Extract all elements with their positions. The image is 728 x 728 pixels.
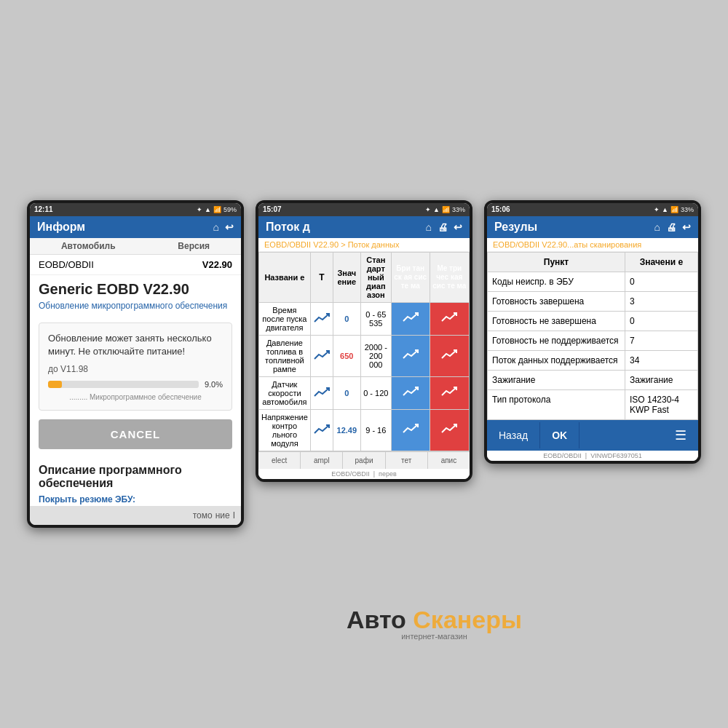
row-icon-0 xyxy=(310,302,333,335)
back-icon-3[interactable]: ↩ xyxy=(682,221,691,233)
header-title-2: Поток д xyxy=(266,221,310,234)
cancel-button[interactable]: CANCEL xyxy=(39,419,232,449)
footer-2: EOBD/OBDII | перев xyxy=(258,469,470,479)
bottom-nav-item-1[interactable]: томо xyxy=(193,510,213,521)
bottom-nav-1: томо ние I xyxy=(30,506,241,525)
row-brit-1 xyxy=(391,335,430,376)
subtitle-1: Обновление микропрограммного обеспечения xyxy=(30,299,241,317)
tab-1[interactable]: ampl xyxy=(301,452,343,469)
row-brit-3 xyxy=(391,409,430,451)
row-metric-2 xyxy=(430,376,469,409)
results-table-3: Пункт Значени е Коды неиспр. в ЭБУ 0 Гот… xyxy=(487,252,698,420)
dialog-box-1: Обновление может занять несколько минут.… xyxy=(39,323,232,411)
row-value-0: 0 xyxy=(333,302,360,335)
progress-pct: 9.0% xyxy=(205,380,223,389)
menu-button-3[interactable]: ☰ xyxy=(663,420,698,451)
battery-icon: 59% xyxy=(223,206,237,213)
phone-2: 15:07 ✦ ▲ 📶 33% Поток д ⌂ 🖨 ↩ EOBD/OBDII xyxy=(256,200,472,482)
print-icon-2[interactable]: 🖨 xyxy=(438,221,448,233)
battery-icon-2: 33% xyxy=(452,206,465,213)
watermark-sub: интернет-магазин xyxy=(347,632,522,641)
bluetooth-icon-3: ✦ xyxy=(654,206,660,213)
print-icon-3[interactable]: 🖨 xyxy=(666,221,676,233)
th-icon: T xyxy=(310,252,333,302)
result-znach-0: 0 xyxy=(625,272,697,291)
bluetooth-icon-2: ✦ xyxy=(425,206,431,213)
result-punkt-6: Тип протокола xyxy=(488,389,625,419)
result-row: Тип протокола ISO 14230-4 KWP Fast xyxy=(488,389,698,419)
status-bar-2: 15:07 ✦ ▲ 📶 33% xyxy=(258,203,470,216)
footer-vin-3: VINWDF6397051 xyxy=(590,452,642,459)
result-row: Готовность завершена 3 xyxy=(488,291,698,311)
breadcrumb-3: EOBD/OBDII V22.90...аты сканирования xyxy=(487,238,698,252)
row-value-3: 12.49 xyxy=(333,409,360,451)
bottom-nav-item-3[interactable]: I xyxy=(233,510,235,521)
row-name-1: Давление топлива в топливной рампе xyxy=(259,335,311,376)
table-row: Время после пуска двигателя 0 0 - 65 535 xyxy=(259,302,470,335)
row-name-3: Напряжение контро льного модуля xyxy=(259,409,311,451)
footer-eobd-2: EOBD/OBDII xyxy=(331,470,370,478)
status-icons-1: ✦ ▲ 📶 59% xyxy=(197,206,237,213)
home-icon-2[interactable]: ⌂ xyxy=(426,221,432,233)
row-range-2: 0 - 120 xyxy=(360,376,391,409)
link-text-1[interactable]: Покрыть резюме ЭБУ: xyxy=(30,493,241,506)
back-icon-1[interactable]: ↩ xyxy=(225,221,234,233)
status-bar-3: 15:06 ✦ ▲ 📶 33% xyxy=(487,203,698,216)
row-icon-1 xyxy=(310,335,333,376)
bottom-nav-item-2[interactable]: ние xyxy=(215,510,230,521)
result-znach-4: 34 xyxy=(625,350,697,370)
section-title-1: Описание программного обеспечения xyxy=(30,458,241,493)
th-punkt: Пункт xyxy=(488,252,625,272)
row-brit-0 xyxy=(391,302,430,335)
progress-container: 9.0% xyxy=(48,380,223,389)
row-range-0: 0 - 65 535 xyxy=(360,302,391,335)
tab-0[interactable]: elect xyxy=(258,452,301,469)
app-header-2: Поток д ⌂ 🖨 ↩ xyxy=(258,216,470,238)
result-row: Готовность не завершена 0 xyxy=(488,311,698,331)
result-row: Поток данных поддерживается 34 xyxy=(488,350,698,370)
version-target: до V11.98 xyxy=(48,364,223,374)
home-icon-3[interactable]: ⌂ xyxy=(654,221,660,233)
result-row: Коды неиспр. в ЭБУ 0 xyxy=(488,272,698,291)
result-punkt-4: Поток данных поддерживается xyxy=(488,350,625,370)
row-metric-0 xyxy=(430,302,469,335)
row-metric-3 xyxy=(430,409,469,451)
breadcrumb-2: EOBD/OBDII V22.90 > Поток данных xyxy=(258,238,470,252)
phone-3: 15:06 ✦ ▲ 📶 33% Резулы ⌂ 🖨 ↩ EOBD/OBDII … xyxy=(484,200,701,464)
progress-bar-bg xyxy=(48,381,199,388)
row-metric-1 xyxy=(430,335,469,376)
th-range: Стан дарт ный диап азон xyxy=(360,252,391,302)
row-icon-3 xyxy=(310,409,333,451)
result-punkt-0: Коды неиспр. в ЭБУ xyxy=(488,272,625,291)
footer-eobd-3: EOBD/OBDII xyxy=(543,452,582,459)
info-row-1: EOBD/OBDII V22.90 xyxy=(30,255,241,275)
home-icon-1[interactable]: ⌂ xyxy=(213,221,219,233)
footer-3: EOBD/OBDII | VINWDF6397051 xyxy=(487,451,698,461)
header-nav-1: ⌂ ↩ xyxy=(213,221,234,233)
eobd-label: EOBD/OBDII xyxy=(39,259,94,270)
th-value: Знач ение xyxy=(333,252,360,302)
row-value-1: 650 xyxy=(333,335,360,376)
result-znach-6: ISO 14230-4 KWP Fast xyxy=(625,389,697,419)
back-icon-2[interactable]: ↩ xyxy=(454,221,462,233)
phone-1: 12:11 ✦ ▲ 📶 59% Информ ⌂ ↩ Автомобиль xyxy=(27,200,244,528)
result-punkt-1: Готовность завершена xyxy=(488,291,625,311)
row-range-3: 9 - 16 xyxy=(360,409,391,451)
bluetooth-icon: ✦ xyxy=(197,206,202,213)
tab-3[interactable]: тет xyxy=(386,452,428,469)
header-nav-3: ⌂ 🖨 ↩ xyxy=(654,221,691,233)
table-row: Напряжение контро льного модуля 12.49 9 … xyxy=(259,409,470,451)
table-row: Датчик скорости автомобиля 0 0 - 120 xyxy=(259,376,470,409)
table-row: Давление топлива в топливной рампе 650 2… xyxy=(259,335,470,376)
version-value: V22.90 xyxy=(202,259,232,270)
result-znach-1: 3 xyxy=(625,291,697,311)
tab-4[interactable]: апис xyxy=(428,452,470,469)
tab-2[interactable]: рафи xyxy=(343,452,385,469)
app-header-3: Резулы ⌂ 🖨 ↩ xyxy=(487,216,698,238)
result-punkt-3: Готовность не поддерживается xyxy=(488,331,625,350)
back-button-3[interactable]: Назад xyxy=(487,422,540,448)
ok-button-3[interactable]: OK xyxy=(540,422,579,448)
signal-icon-2: 📶 xyxy=(442,206,450,213)
result-row: Зажигание Зажигание xyxy=(488,370,698,389)
th-znach: Значени е xyxy=(625,252,697,272)
